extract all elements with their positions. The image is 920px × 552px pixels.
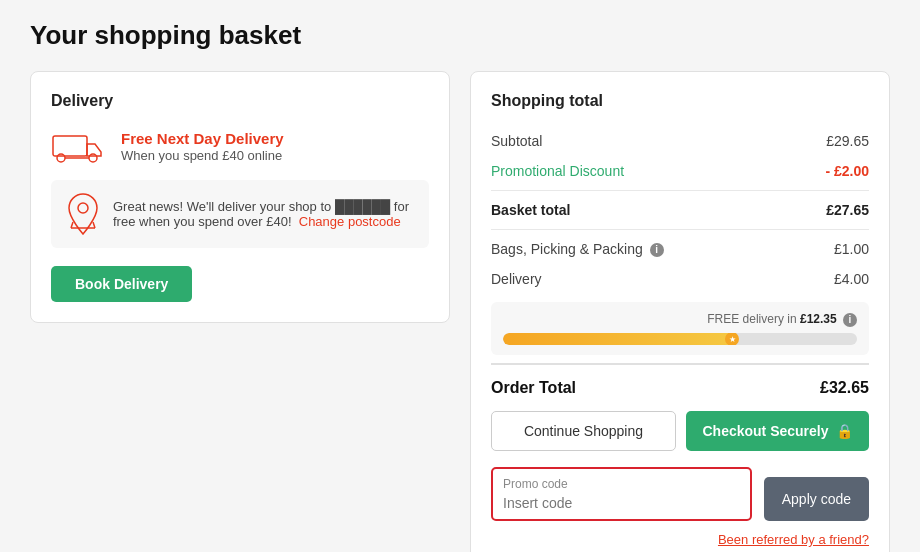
subtotal-label: Subtotal bbox=[491, 133, 542, 149]
svg-line-5 bbox=[71, 222, 73, 228]
svg-line-6 bbox=[93, 222, 95, 228]
bags-label: Bags, Picking & Packing i bbox=[491, 241, 664, 257]
delivery-progress-section: FREE delivery in £12.35 i bbox=[491, 302, 869, 355]
change-postcode-link[interactable]: Change postcode bbox=[299, 214, 401, 229]
shopping-total-title: Shopping total bbox=[491, 92, 869, 110]
free-delivery-amount: £12.35 bbox=[800, 312, 837, 326]
promo-code-input[interactable] bbox=[503, 495, 740, 511]
book-delivery-button[interactable]: Book Delivery bbox=[51, 266, 192, 302]
delivery-progress-info-icon[interactable]: i bbox=[843, 313, 857, 327]
main-layout: Delivery Free Next Day Delivery When you… bbox=[30, 71, 890, 552]
free-delivery-banner: Free Next Day Delivery When you spend £4… bbox=[51, 126, 429, 166]
postcode-masked: ██████ bbox=[335, 199, 394, 214]
postcode-notice-text: Great news! We'll deliver your shop to █… bbox=[113, 199, 415, 229]
referral-link[interactable]: Been referred by a friend? bbox=[718, 532, 869, 547]
delivery-card: Delivery Free Next Day Delivery When you… bbox=[30, 71, 450, 323]
delivery-value: £4.00 bbox=[834, 271, 869, 287]
order-total-value: £32.65 bbox=[820, 379, 869, 397]
basket-total-value: £27.65 bbox=[826, 202, 869, 218]
bags-row: Bags, Picking & Packing i £1.00 bbox=[491, 234, 869, 264]
basket-total-row: Basket total £27.65 bbox=[491, 195, 869, 225]
free-delivery-title: Free Next Day Delivery bbox=[121, 130, 284, 147]
bags-value: £1.00 bbox=[834, 241, 869, 257]
progress-bar-fill bbox=[503, 333, 733, 345]
subtotal-value: £29.65 bbox=[826, 133, 869, 149]
postcode-notice: Great news! We'll deliver your shop to █… bbox=[51, 180, 429, 248]
action-buttons: Continue Shopping Checkout Securely 🔒 bbox=[491, 411, 869, 451]
discount-row: Promotional Discount - £2.00 bbox=[491, 156, 869, 186]
referral-link-container: Been referred by a friend? bbox=[491, 531, 869, 547]
order-total-label: Order Total bbox=[491, 379, 576, 397]
subtotal-row: Subtotal £29.65 bbox=[491, 126, 869, 156]
divider-1 bbox=[491, 190, 869, 191]
svg-point-1 bbox=[57, 154, 65, 162]
basket-total-label: Basket total bbox=[491, 202, 570, 218]
bags-info-icon[interactable]: i bbox=[650, 243, 664, 257]
free-delivery-subtitle: When you spend £40 online bbox=[121, 148, 282, 163]
page-title: Your shopping basket bbox=[30, 20, 890, 51]
promo-input-group: Promo code bbox=[491, 467, 752, 521]
delivery-label: Delivery bbox=[491, 271, 542, 287]
delivery-truck-icon bbox=[51, 126, 107, 166]
delivery-progress-label: FREE delivery in £12.35 i bbox=[503, 312, 857, 327]
pin-icon bbox=[65, 192, 101, 236]
free-delivery-text: Free Next Day Delivery When you spend £4… bbox=[121, 130, 284, 163]
apply-code-button[interactable]: Apply code bbox=[764, 477, 869, 521]
promo-section: Promo code Apply code bbox=[491, 467, 869, 521]
promo-label: Promo code bbox=[503, 477, 740, 491]
svg-point-2 bbox=[89, 154, 97, 162]
continue-shopping-button[interactable]: Continue Shopping bbox=[491, 411, 676, 451]
shopping-total-card: Shopping total Subtotal £29.65 Promotion… bbox=[470, 71, 890, 552]
svg-point-4 bbox=[78, 203, 88, 213]
order-total-row: Order Total £32.65 bbox=[491, 363, 869, 411]
discount-label: Promotional Discount bbox=[491, 163, 624, 179]
svg-rect-0 bbox=[53, 136, 87, 156]
lock-icon: 🔒 bbox=[836, 423, 853, 439]
divider-2 bbox=[491, 229, 869, 230]
checkout-label: Checkout Securely bbox=[702, 423, 828, 439]
delivery-row: Delivery £4.00 bbox=[491, 264, 869, 294]
discount-value: - £2.00 bbox=[825, 163, 869, 179]
progress-bar-track bbox=[503, 333, 857, 345]
delivery-section-title: Delivery bbox=[51, 92, 429, 110]
checkout-button[interactable]: Checkout Securely 🔒 bbox=[686, 411, 869, 451]
